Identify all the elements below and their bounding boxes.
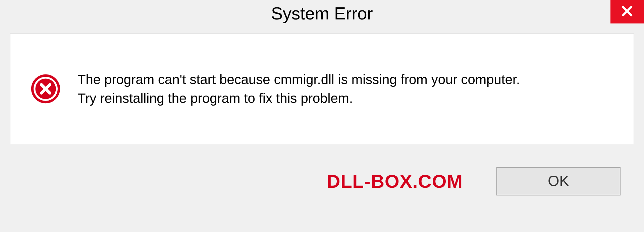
ok-button-label: OK [548, 173, 569, 189]
ok-button[interactable]: OK [496, 167, 621, 195]
title-bar: System Error [0, 0, 644, 34]
error-message-line2: Try reinstalling the program to fix this… [77, 89, 520, 108]
error-message: The program can't start because cmmigr.d… [77, 70, 520, 108]
dialog-content: The program can't start because cmmigr.d… [10, 34, 634, 144]
close-button[interactable] [610, 0, 644, 23]
dialog-footer: DLL-BOX.COM OK [10, 144, 634, 218]
error-message-line1: The program can't start because cmmigr.d… [77, 70, 520, 89]
watermark-text: DLL-BOX.COM [327, 170, 463, 192]
close-icon [620, 4, 634, 19]
error-circle-x-icon [31, 74, 61, 104]
dialog-title: System Error [271, 3, 373, 23]
